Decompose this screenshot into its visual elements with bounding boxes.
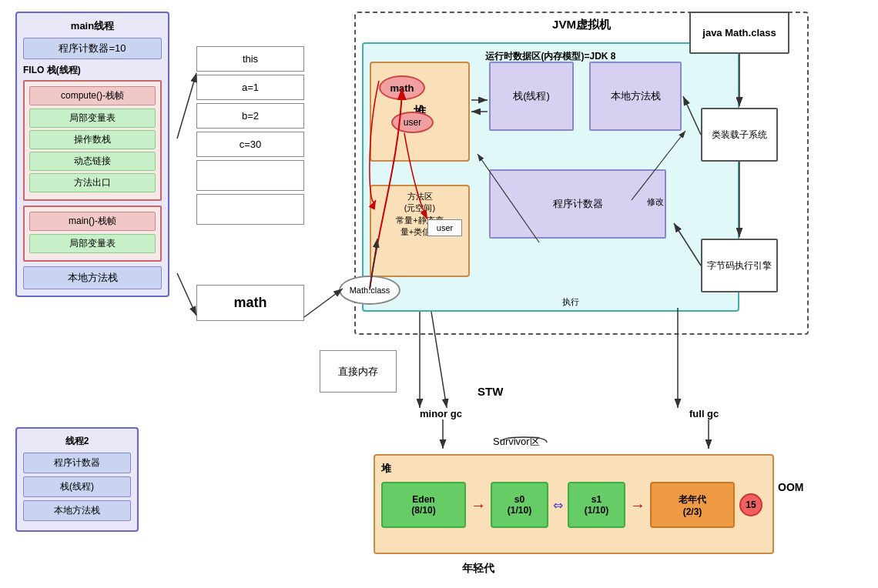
- compute-frame-title: compute()-栈帧: [29, 86, 156, 105]
- main-thread-box: main线程 程序计数器=10 FILO 栈(线程) compute()-栈帧 …: [15, 12, 169, 297]
- main-counter: 程序计数器=10: [23, 38, 162, 59]
- main-frame: main()-栈帧 局部变量表: [23, 205, 162, 262]
- native-method-label: 本地方法栈: [611, 89, 661, 103]
- stw-label: STW: [478, 385, 503, 398]
- svg-line-2: [177, 73, 196, 139]
- eden-box: Eden(8/10): [381, 482, 466, 528]
- stack-frames-area: this a=1 b=2 c=30: [196, 46, 304, 228]
- heap-bottom: 堆 Eden(8/10) → s0(1/10) ⇔ s1(1/10) → 老年代…: [374, 454, 774, 554]
- frame-b: b=2: [196, 103, 304, 129]
- math-class-oval: Math.class: [339, 276, 400, 305]
- thread2-counter: 程序计数器: [23, 453, 131, 473]
- stack-thread-label: 栈(线程): [513, 89, 550, 103]
- frame-c: c=30: [196, 132, 304, 157]
- math-oval-label: math: [390, 82, 414, 94]
- user-label-box: user: [427, 219, 462, 236]
- math-class-label: Math.class: [350, 286, 390, 295]
- svg-line-3: [177, 273, 196, 316]
- frame-a: a=1: [196, 75, 304, 100]
- old-box: 老年代(2/3): [650, 482, 735, 528]
- eden-label: Eden(8/10): [411, 494, 435, 516]
- execute-label: 执行: [562, 296, 579, 308]
- arrow-eden-s0: →: [471, 496, 486, 514]
- user-oval-label: user: [404, 117, 421, 128]
- bytecode-box: 字节码执行引擎: [701, 239, 778, 292]
- pc-label: 程序计数器: [553, 197, 603, 211]
- java-math-label: java Math.class: [702, 27, 776, 38]
- heap-sections: Eden(8/10) → s0(1/10) ⇔ s1(1/10) → 老年代(2…: [381, 482, 766, 528]
- main-frame-title: main()-栈帧: [29, 212, 156, 231]
- filo-stack: compute()-栈帧 局部变量表 操作数栈 动态链接 方法出口: [23, 80, 162, 201]
- minor-gc-label: minor gc: [420, 408, 462, 419]
- bytecode-label: 字节码执行引擎: [707, 259, 772, 272]
- pc-box: 程序计数器: [489, 169, 666, 239]
- math-frame: math: [196, 285, 304, 321]
- loader-box: 类装载子系统: [701, 108, 778, 162]
- arrow-s0-s1: ⇔: [553, 498, 563, 513]
- old-label: 老年代(2/3): [679, 493, 706, 517]
- survivor-label: Survivor区: [493, 435, 540, 449]
- frame-empty1: [196, 160, 304, 191]
- main-local-vars: 局部变量表: [29, 234, 156, 253]
- user-oval: user: [391, 112, 434, 133]
- local-vars: 局部变量表: [29, 109, 156, 128]
- method-exit: 方法出口: [29, 173, 156, 192]
- frame-empty2: [196, 194, 304, 225]
- younggen-label: 年轻代: [462, 562, 494, 576]
- age-circle: 15: [739, 493, 762, 516]
- s0-box: s0(1/10): [491, 482, 548, 528]
- heap-bottom-label: 堆: [381, 462, 766, 476]
- full-gc-label: full gc: [689, 408, 719, 419]
- svg-line-4: [304, 289, 343, 317]
- filo-label: FILO 栈(线程): [23, 64, 162, 77]
- thread2-box: 线程2 程序计数器 栈(线程) 本地方法栈: [15, 427, 139, 532]
- thread2-native: 本地方法栈: [23, 500, 131, 521]
- main-native-stack: 本地方法栈: [23, 266, 162, 289]
- s1-box: s1(1/10): [568, 482, 625, 528]
- loader-label: 类装载子系统: [712, 129, 767, 142]
- thread2-stack: 栈(线程): [23, 476, 131, 497]
- native-method-box: 本地方法栈: [589, 62, 682, 131]
- math-oval: math: [379, 75, 425, 100]
- stack-thread-box: 栈(线程): [489, 62, 574, 131]
- main-thread-title: main线程: [23, 19, 162, 33]
- modify-label: 修改: [647, 196, 664, 208]
- s0-label: s0(1/10): [508, 494, 531, 516]
- user-label: user: [437, 223, 453, 232]
- java-math-box: java Math.class: [689, 12, 789, 54]
- dynamic-link: 动态链接: [29, 152, 156, 171]
- oom-label: OOM: [778, 481, 803, 493]
- direct-memory-box: 直接内存: [320, 350, 397, 393]
- thread2-title: 线程2: [23, 435, 131, 448]
- frame-this: this: [196, 46, 304, 72]
- arrow-s1-old: →: [630, 496, 645, 514]
- s1-label: s1(1/10): [585, 494, 608, 516]
- operand-stack: 操作数栈: [29, 130, 156, 149]
